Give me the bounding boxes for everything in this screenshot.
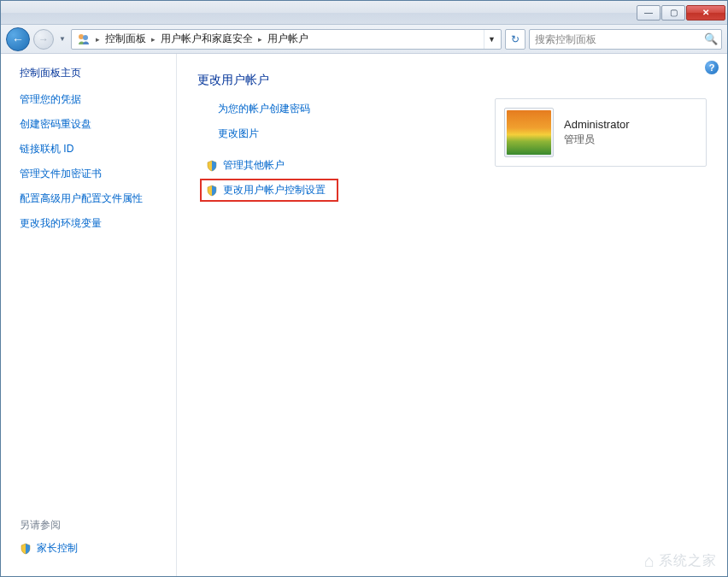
sidebar-link-advanced-profile[interactable]: 配置高级用户配置文件属性 [20,191,161,206]
user-accounts-icon [77,32,91,46]
sidebar-link-parental-controls[interactable]: 家长控制 [20,541,161,556]
sidebar-title[interactable]: 控制面板主页 [20,66,161,80]
shield-icon [206,160,218,172]
breadcrumb-user-family-safety[interactable]: 用户帐户和家庭安全 [157,32,256,46]
close-button[interactable]: ✕ [686,5,725,21]
shield-icon [206,185,218,197]
refresh-icon: ↻ [511,33,520,45]
nav-history-dropdown[interactable]: ▼ [57,31,68,48]
back-button[interactable]: ← [6,27,30,51]
forward-button: → [33,29,54,50]
search-input[interactable] [533,32,704,46]
sidebar-link-link-online-id[interactable]: 链接联机 ID [20,142,161,156]
help-icon[interactable]: ? [705,61,719,74]
breadcrumb-control-panel[interactable]: 控制面板 [102,32,150,46]
svg-point-1 [83,35,88,40]
sidebar-link-label: 家长控制 [37,541,78,556]
nav-bar: ← → ▼ ▸ 控制面板 ▸ 用户帐户和家庭安全 ▸ 用户帐户 ▼ ↻ 🔍 [1,25,727,54]
breadcrumb-separator[interactable]: ▸ [150,35,157,44]
shield-icon [20,543,32,555]
sidebar-link-manage-encryption-certs[interactable]: 管理文件加密证书 [20,167,161,181]
page-heading: 更改用户帐户 [197,73,707,88]
sidebar-link-env-vars[interactable]: 更改我的环境变量 [20,216,161,231]
watermark-text: 系统之家 [659,552,717,570]
account-card: Administrator 管理员 [495,98,707,167]
sidebar: 控制面板主页 管理您的凭据 创建密码重设盘 链接联机 ID 管理文件加密证书 配… [1,54,177,576]
account-name: Administrator [564,118,630,131]
content-area: 控制面板主页 管理您的凭据 创建密码重设盘 链接联机 ID 管理文件加密证书 配… [1,54,727,576]
see-also-label: 另请参阅 [20,518,161,533]
link-label: 更改图片 [218,127,259,141]
account-role: 管理员 [564,132,630,147]
address-dropdown[interactable]: ▼ [484,30,499,49]
maximize-button[interactable]: ▢ [661,5,685,21]
link-change-uac-settings[interactable]: 更改用户帐户控制设置 [203,181,336,199]
search-icon[interactable]: 🔍 [704,32,718,45]
window-title-bar: — ▢ ✕ [1,1,727,25]
watermark: ⌂ 系统之家 [644,551,717,571]
breadcrumb-user-accounts[interactable]: 用户帐户 [264,32,312,46]
link-label: 更改用户帐户控制设置 [223,183,326,197]
breadcrumb-separator[interactable]: ▸ [256,35,264,44]
search-box[interactable]: 🔍 [529,29,722,50]
minimize-button[interactable]: — [637,5,660,21]
sidebar-link-credentials[interactable]: 管理您的凭据 [20,92,161,107]
address-bar[interactable]: ▸ 控制面板 ▸ 用户帐户和家庭安全 ▸ 用户帐户 ▼ [71,29,502,50]
avatar [504,108,554,157]
breadcrumb-separator[interactable]: ▸ [94,35,102,44]
svg-point-0 [79,34,84,39]
main-panel: ? 更改用户帐户 为您的帐户创建密码 更改图片 管理其他帐户 [177,54,727,576]
link-label: 管理其他帐户 [223,158,285,173]
refresh-button[interactable]: ↻ [505,29,525,50]
sidebar-link-password-reset-disk[interactable]: 创建密码重设盘 [20,117,161,132]
watermark-logo-icon: ⌂ [644,551,655,571]
link-label: 为您的帐户创建密码 [218,102,310,116]
avatar-image [507,110,551,155]
